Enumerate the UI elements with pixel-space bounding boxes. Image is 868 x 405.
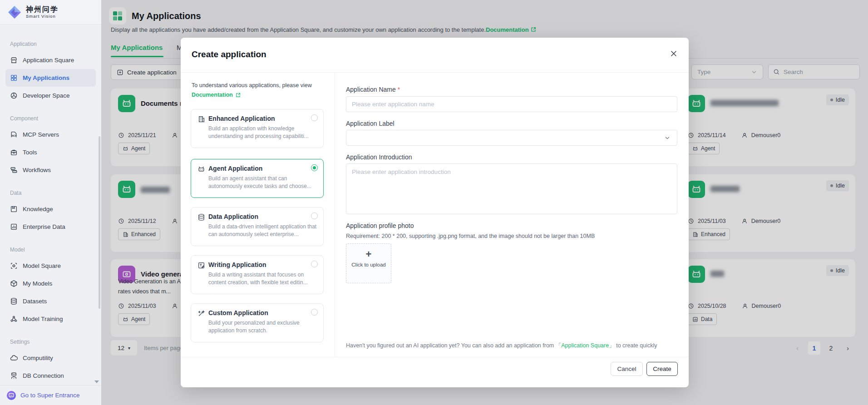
brand-name: 神州问学 — [26, 5, 59, 14]
brand-logo-icon — [7, 5, 22, 20]
plus-icon: + — [346, 249, 391, 259]
sidebar-item-label: Model Training — [23, 316, 63, 322]
type-card-desc: Build a data-driven intelligent applicat… — [208, 223, 318, 238]
sidebar-scrollbar[interactable] — [99, 136, 100, 309]
database-icon — [10, 297, 18, 305]
profile-photo-label: Application profile photo — [346, 222, 414, 229]
database-icon — [197, 213, 205, 221]
modal-header-divider — [181, 72, 689, 73]
type-card-desc: Build an agent assistant that can autono… — [208, 175, 318, 190]
super-entrance-label: Go to Super Entrance — [20, 392, 80, 399]
sidebar-item-label: My Applications — [23, 74, 69, 81]
sidebar-item-model-square[interactable]: Model Square — [5, 257, 96, 275]
section-label-component: Component — [10, 115, 91, 122]
sidebar-item-model-training[interactable]: Model Training — [5, 310, 96, 328]
sidebar-item-mcp-servers[interactable]: MCP MCP Servers — [5, 126, 96, 143]
modal-footer-divider — [181, 357, 689, 357]
hint-text-before: Haven't you figured out an AI applicatio… — [346, 342, 554, 349]
model-focus-icon — [10, 262, 18, 270]
super-entrance-link[interactable]: Go to Super Entrance — [0, 385, 101, 405]
section-label-application: Application — [10, 41, 91, 48]
sidebar-item-enterprise-data[interactable]: Enterprise Data — [5, 218, 96, 236]
sidebar-item-application-square[interactable]: Application Square — [5, 51, 96, 69]
db-network-icon — [10, 372, 18, 380]
chevron-down-icon — [664, 135, 671, 141]
type-card-name: Enhanced Application — [208, 115, 275, 122]
type-card-name: Data Application — [208, 213, 258, 220]
sidebar-item-my-models[interactable]: My Models — [5, 275, 96, 292]
training-icon — [10, 315, 18, 323]
brand: 神州问学 Smart Vision — [0, 0, 101, 25]
type-radio[interactable] — [311, 261, 318, 267]
compass-icon — [10, 92, 18, 99]
sidebar-item-label: Knowledge — [23, 206, 53, 212]
section-label-settings: Settings — [10, 339, 91, 346]
type-radio[interactable] — [311, 309, 318, 316]
sidebar-item-label: Model Square — [23, 262, 61, 269]
type-card-data[interactable]: Data Application Build a data-driven int… — [191, 207, 324, 246]
storefront-icon — [10, 56, 18, 64]
section-label-data: Data — [10, 190, 91, 197]
modal-title: Create application — [192, 49, 266, 59]
application-name-label-text: Application Name — [346, 86, 396, 93]
sidebar-item-label: MCP Servers — [23, 131, 59, 138]
close-icon[interactable] — [669, 49, 679, 59]
cloud-icon — [10, 354, 18, 362]
robot-icon — [197, 165, 205, 173]
type-card-name: Custom Application — [208, 309, 268, 316]
type-radio-checked[interactable] — [311, 164, 318, 171]
hint-text-after: to create quickly — [616, 342, 657, 349]
application-square-link[interactable]: 「Application Square」 — [556, 342, 615, 349]
sidebar-item-db-connection[interactable]: DB Connection — [5, 367, 96, 385]
modal-documentation-label: Documentation — [192, 92, 233, 98]
required-asterisk: * — [398, 86, 400, 93]
photo-upload-button[interactable]: + Click to upload — [346, 243, 391, 283]
type-card-agent[interactable]: Agent Application Build an agent assista… — [191, 159, 324, 198]
magic-wand-icon — [197, 310, 205, 317]
type-radio[interactable] — [311, 212, 318, 219]
application-introduction-label: Application Introduction — [346, 153, 412, 161]
application-introduction-textarea[interactable] — [346, 163, 677, 214]
modal-footer-hint: Haven't you figured out an AI applicatio… — [346, 342, 657, 350]
type-intro-text: To understand various applications, plea… — [192, 82, 312, 89]
workflow-icon — [10, 166, 18, 174]
sidebar-item-datasets[interactable]: Datasets — [5, 292, 96, 310]
sidebar-item-developer-space[interactable]: Developer Space — [5, 87, 96, 104]
profile-photo-requirement: Requirement: 200 * 200, supporting .jpg.… — [346, 233, 595, 239]
modal-panel-divider — [335, 72, 335, 357]
book-icon — [10, 205, 18, 213]
create-application-modal: Create application To understand various… — [181, 38, 689, 387]
sidebar-item-knowledge[interactable]: Knowledge — [5, 200, 96, 218]
type-card-desc: Build an application with knowledge unde… — [208, 125, 318, 140]
modal-documentation-link[interactable]: Documentation — [192, 92, 241, 98]
type-card-custom[interactable]: Custom Application Build your personaliz… — [191, 303, 324, 342]
section-label-model: Model — [10, 247, 91, 253]
application-label-select[interactable] — [346, 130, 677, 146]
application-label-label: Application Label — [346, 120, 395, 127]
sidebar-item-workflows[interactable]: Workflows — [5, 161, 96, 179]
sidebar-item-label: Datasets — [23, 298, 47, 305]
sidebar-scroll-down-icon[interactable] — [94, 380, 99, 383]
sidebar-item-my-applications[interactable]: My Applications — [5, 69, 96, 87]
sidebar-item-tools[interactable]: Tools — [5, 143, 96, 161]
grid-icon — [10, 74, 18, 82]
application-name-input[interactable] — [346, 96, 677, 112]
building-icon — [197, 115, 205, 123]
cube-icon — [10, 280, 18, 287]
type-card-enhanced[interactable]: Enhanced Application Build an applicatio… — [191, 109, 324, 148]
type-radio[interactable] — [311, 114, 318, 121]
sidebar-item-label: Tools — [23, 149, 37, 156]
upload-label: Click to upload — [346, 262, 391, 267]
brand-tagline: Smart Vision — [26, 14, 59, 19]
sidebar-item-label: Computility — [23, 355, 53, 361]
sidebar-item-label: My Models — [23, 280, 52, 287]
sidebar-item-label: DB Connection — [23, 372, 64, 379]
svg-text:MCP: MCP — [12, 135, 17, 137]
type-card-desc: Build a writing assistant that focuses o… — [208, 271, 318, 286]
text-pen-icon — [197, 262, 205, 269]
sidebar-item-computility[interactable]: Computility — [5, 349, 96, 367]
type-card-writing[interactable]: Writing Application Build a writing assi… — [191, 255, 324, 294]
create-button[interactable]: Create — [646, 362, 678, 376]
mcp-file-icon: MCP — [10, 131, 18, 138]
cancel-button[interactable]: Cancel — [611, 362, 643, 376]
